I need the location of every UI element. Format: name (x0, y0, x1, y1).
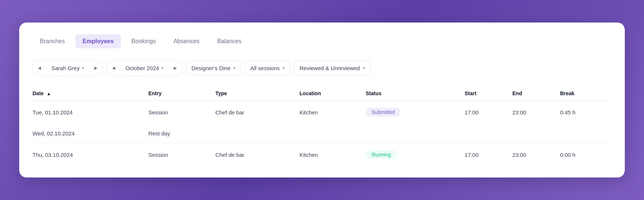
cell-entry-2: Session (148, 144, 215, 166)
review-value: Reviewed & Unreviewed (299, 65, 360, 71)
sessions-dropdown[interactable]: All sessions ▾ (245, 61, 290, 75)
tab-bookings[interactable]: Bookings (124, 34, 163, 48)
tab-employees[interactable]: Employees (75, 34, 121, 48)
cell-break-0: 0:45 h (560, 101, 612, 124)
tab-absences[interactable]: Absences (166, 34, 207, 48)
cell-end-0: 23:00 (512, 101, 560, 124)
month-next-button[interactable]: ► (169, 61, 182, 75)
review-dropdown[interactable]: Reviewed & Unreviewed ▾ (294, 61, 370, 75)
cell-type-1 (215, 124, 299, 144)
sessions-value: All sessions (250, 65, 280, 71)
col-header-type: Type (215, 86, 299, 101)
col-header-entry: Entry (148, 86, 215, 101)
table-row: Wed, 02.10.2024Rest day (32, 124, 612, 144)
cell-location-1 (299, 124, 366, 144)
col-header-break: Break (560, 86, 612, 101)
table-row: Tue, 01.10.2024SessionChef de barKitchen… (32, 101, 612, 124)
review-chevron-icon: ▾ (363, 65, 365, 70)
location-chevron-icon: ▾ (233, 65, 236, 70)
status-badge: Submitted (366, 108, 401, 117)
cell-date-1: Wed, 02.10.2024 (32, 124, 148, 144)
filters-row: ◄ Sarah Grey ▾ ► ◄ October 2024 ▾ ► Desi… (32, 60, 612, 76)
col-header-end: End (512, 86, 560, 101)
col-header-location: Location (299, 86, 366, 101)
col-header-start: Start (465, 86, 512, 101)
sort-asc-icon: ▲ (47, 91, 51, 96)
cell-location-2: Kitchen (299, 144, 366, 166)
employee-chevron-icon: ▾ (82, 65, 84, 70)
cell-break-1 (560, 124, 612, 144)
employee-select[interactable]: Sarah Grey ▾ (46, 61, 89, 75)
tab-branches[interactable]: Branches (32, 34, 72, 48)
employee-value: Sarah Grey (51, 65, 80, 71)
month-prev-button[interactable]: ◄ (107, 61, 120, 75)
month-filter-group: ◄ October 2024 ▾ ► (107, 60, 182, 76)
sessions-chevron-icon: ▾ (282, 65, 285, 70)
cell-entry-0: Session (148, 101, 215, 124)
employee-prev-button[interactable]: ◄ (33, 61, 46, 75)
location-dropdown[interactable]: Designer's Dine ▾ (186, 61, 241, 75)
data-table: Date ▲EntryTypeLocationStatusStartEndBre… (32, 86, 612, 166)
tab-bar: BranchesEmployeesBookingsAbsencesBalance… (32, 34, 612, 48)
location-value: Designer's Dine (192, 65, 230, 71)
cell-end-1 (512, 124, 560, 144)
month-value: October 2024 (126, 65, 159, 71)
table-row: Thu, 03.10.2024SessionChef de barKitchen… (32, 144, 612, 166)
cell-status-0: Submitted (366, 101, 465, 124)
cell-end-2: 23:00 (512, 144, 560, 166)
col-header-status: Status (366, 86, 465, 101)
cell-date-2: Thu, 03.10.2024 (32, 144, 148, 166)
cell-entry-1: Rest day (148, 124, 215, 144)
cell-status-2: Running (366, 144, 465, 166)
cell-type-0: Chef de bar (215, 101, 299, 124)
employee-filter-group: ◄ Sarah Grey ▾ ► (32, 60, 103, 76)
month-chevron-icon: ▾ (161, 65, 164, 70)
cell-start-2: 17:00 (465, 144, 512, 166)
cell-start-1 (465, 124, 512, 144)
status-badge: Running (366, 150, 397, 159)
cell-start-0: 17:00 (465, 101, 512, 124)
cell-date-0: Tue, 01.10.2024 (32, 101, 148, 124)
col-header-date[interactable]: Date ▲ (32, 86, 148, 101)
cell-location-0: Kitchen (299, 101, 366, 124)
cell-type-2: Chef de bar (215, 144, 299, 166)
cell-break-2: 0:00 h (560, 144, 612, 166)
data-table-wrap: Date ▲EntryTypeLocationStatusStartEndBre… (32, 86, 612, 166)
main-card: BranchesEmployeesBookingsAbsencesBalance… (19, 23, 625, 177)
tab-balances[interactable]: Balances (210, 34, 249, 48)
month-select[interactable]: October 2024 ▾ (120, 61, 169, 75)
cell-status-1 (366, 124, 465, 144)
employee-next-button[interactable]: ► (89, 61, 103, 75)
